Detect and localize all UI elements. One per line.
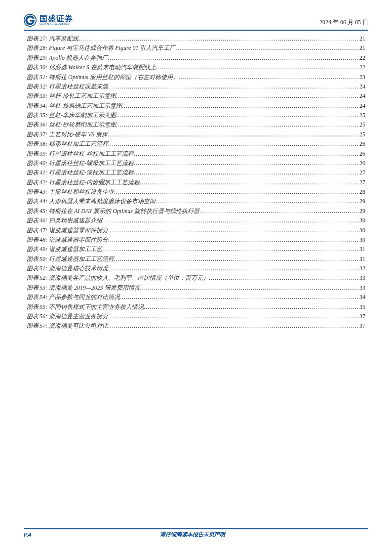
toc-title: Apollo 机器人在奔驰厂 xyxy=(49,55,108,61)
toc-label: 图表 xyxy=(27,256,39,262)
toc-label: 图表 xyxy=(27,84,39,90)
toc-number: 36: xyxy=(39,122,47,128)
toc-leader-dots: ........................................… xyxy=(134,151,359,157)
toc-title: 汽车装配线 xyxy=(49,36,78,42)
toc-label: 图表 xyxy=(27,151,39,157)
toc-number: 29: xyxy=(39,55,47,61)
toc-label: 图表 xyxy=(27,198,39,205)
toc-number: 34: xyxy=(39,103,47,109)
toc-leader-dots: ........................................… xyxy=(108,84,359,90)
report-date: 2024 年 06 月 05 日 xyxy=(319,18,368,27)
toc-title: 丝杠-砂轮磨削加工示意图 xyxy=(49,122,116,128)
toc-label: 图表 xyxy=(27,313,39,320)
toc-number: 33: xyxy=(39,93,47,99)
toc-number: 38: xyxy=(39,141,47,147)
toc-row: 图表57: 浙海德曼可比公司对比........................… xyxy=(27,323,365,329)
toc-number: 30: xyxy=(39,64,47,71)
toc-page: 29 xyxy=(359,208,365,214)
toc-page: 27 xyxy=(359,170,365,176)
toc-page: 32 xyxy=(359,265,365,272)
brand-text: 国盛证券 GUOSHENG SECURITIES xyxy=(39,15,73,26)
toc-number: 32: xyxy=(39,84,47,90)
toc-leader-dots: ........................................… xyxy=(116,112,359,119)
toc-row: 图表53: 浙海德曼 2019—2023 研发费用情况.............… xyxy=(27,285,365,291)
toc-leader-dots: ........................................… xyxy=(108,131,359,138)
toc-number: 28: xyxy=(39,45,47,51)
toc-leader-dots: ........................................… xyxy=(134,170,359,176)
toc-row: 图表30: 优必选 Walker S 在蔚来电动汽车装配线上..........… xyxy=(27,64,365,71)
toc-label: 图表 xyxy=(27,208,39,214)
toc-leader-dots: ........................................… xyxy=(108,323,359,329)
toc-title: 工艺对比-硬车 VS 磨床 xyxy=(49,131,108,138)
page-number: P.4 xyxy=(24,532,31,538)
toc-row: 图表40: 行星滚柱丝杠-螺母加工工艺流程...................… xyxy=(27,160,365,167)
toc-number: 51: xyxy=(39,265,47,272)
toc-number: 37: xyxy=(39,131,47,138)
toc-title: 丝杠-旋风铣工艺加工示意图 xyxy=(49,103,122,109)
footer-divider xyxy=(24,528,368,529)
toc-title: 行星滚柱丝杠-螺母加工工艺流程 xyxy=(49,160,134,167)
toc-page: 24 xyxy=(359,103,365,109)
toc-title: 丝杆-冷轧工艺加工示意图 xyxy=(49,93,116,99)
toc-row: 图表48: 谐波减速器零部件拆分........................… xyxy=(27,237,365,243)
toc-title: 浙海德曼 2019—2023 研发费用情况 xyxy=(49,285,140,291)
toc-leader-dots: ........................................… xyxy=(175,45,359,51)
toc-page: 21 xyxy=(359,45,365,51)
toc-page: 37 xyxy=(359,313,365,320)
toc-title: 主要丝杠和丝杠设备企业 xyxy=(49,189,114,195)
toc-number: 42: xyxy=(39,179,47,186)
toc-number: 49: xyxy=(39,246,47,253)
toc-page: 31 xyxy=(359,256,365,262)
toc-title: 行星滚柱丝杠-丝杠加工工艺流程 xyxy=(49,151,134,157)
toc-title: 特斯拉在 AI DAY 展示的 Optimus 旋转执行器与线性执行器 xyxy=(49,208,199,214)
toc-number: 47: xyxy=(39,227,47,234)
toc-page: 33 xyxy=(359,285,365,291)
toc-page: 27 xyxy=(359,179,365,186)
toc-page: 35 xyxy=(359,304,365,310)
toc-title: 行星滚柱丝杠-内齿圈加工工艺流程 xyxy=(49,179,140,186)
toc-leader-dots: ........................................… xyxy=(120,294,359,300)
toc-number: 45: xyxy=(39,208,47,214)
toc-title: 行星滚柱丝杠误差来源 xyxy=(49,84,108,90)
toc-title: Figure 与宝马达成合作将 Figure 01 引入汽车工厂 xyxy=(49,45,175,51)
toc-leader-dots: ........................................… xyxy=(114,256,359,262)
toc-label: 图表 xyxy=(27,275,39,281)
toc-label: 图表 xyxy=(27,112,39,119)
toc-row: 图表37: 工艺对比-硬车 VS 磨床.....................… xyxy=(27,131,365,138)
toc-page: 26 xyxy=(359,141,365,147)
toc-label: 图表 xyxy=(27,131,39,138)
toc-row: 图表41: 行星滚柱丝杠-滚柱加工工艺流程...................… xyxy=(27,170,365,176)
table-of-contents: 图表27: 汽车装配线.............................… xyxy=(24,36,368,329)
toc-title: 谐波减速器零部件拆分 xyxy=(49,237,108,243)
toc-label: 图表 xyxy=(27,64,39,71)
toc-label: 图表 xyxy=(27,189,39,195)
toc-row: 图表56: 浙海德曼主营业务拆分........................… xyxy=(27,313,365,320)
toc-number: 46: xyxy=(39,217,47,224)
toc-row: 图表45: 特斯拉在 AI DAY 展示的 Optimus 旋转执行器与线性执行… xyxy=(27,208,365,214)
toc-label: 图表 xyxy=(27,103,39,109)
toc-label: 图表 xyxy=(27,227,39,234)
toc-title: 浙海德曼核心技术情况 xyxy=(49,265,108,272)
toc-number: 48: xyxy=(39,237,47,243)
toc-title: 浙海德曼可比公司对比 xyxy=(49,323,108,329)
toc-row: 图表43: 主要丝杠和丝杠设备企业.......................… xyxy=(27,189,365,195)
toc-row: 图表46: 四类精密减速器介绍.........................… xyxy=(27,217,365,224)
toc-label: 图表 xyxy=(27,179,39,186)
toc-row: 图表29: Apollo 机器人在奔驰厂....................… xyxy=(27,55,365,61)
toc-row: 图表36: 丝杠-砂轮磨削加工示意图......................… xyxy=(27,122,365,128)
page-container: 国盛证券 GUOSHENG SECURITIES 2024 年 06 月 05 … xyxy=(0,0,392,555)
toc-label: 图表 xyxy=(27,237,39,243)
toc-row: 图表38: 梯形丝杠加工工艺流程........................… xyxy=(27,141,365,147)
toc-page: 23 xyxy=(359,74,365,81)
toc-number: 53: xyxy=(39,285,47,291)
toc-row: 图表31: 特斯拉 Optimus 应用丝杠的部位（右左对称使用）.......… xyxy=(27,74,365,81)
toc-row: 图表39: 行星滚柱丝杠-丝杠加工工艺流程...................… xyxy=(27,151,365,157)
toc-page: 22 xyxy=(359,64,365,71)
toc-leader-dots: ........................................… xyxy=(102,217,359,224)
toc-leader-dots: ........................................… xyxy=(140,179,359,186)
toc-label: 图表 xyxy=(27,160,39,167)
toc-page: 25 xyxy=(359,122,365,128)
header: 国盛证券 GUOSHENG SECURITIES 2024 年 06 月 05 … xyxy=(24,14,368,29)
toc-row: 图表34: 丝杠-旋风铣工艺加工示意图.....................… xyxy=(27,103,365,109)
toc-leader-dots: ........................................… xyxy=(108,141,359,147)
